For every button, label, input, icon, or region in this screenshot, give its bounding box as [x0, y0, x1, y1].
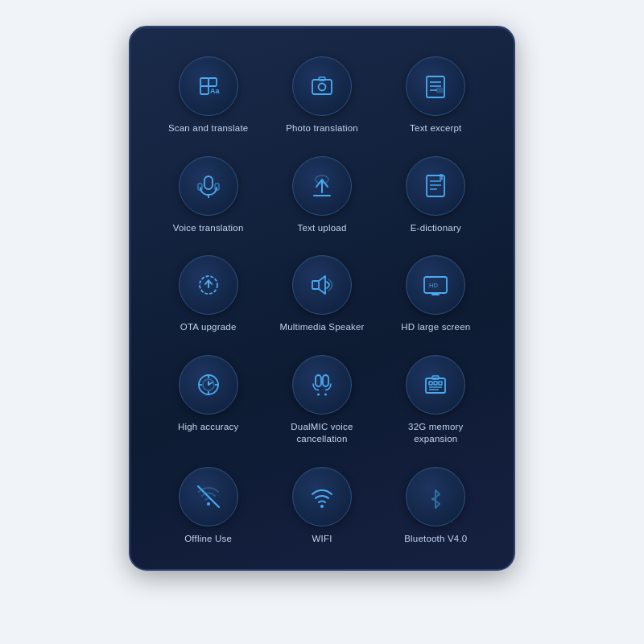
- feature-label-dualmic: DualMIC voice cancellation: [271, 421, 372, 446]
- feature-item-hd-screen: HD HD large screen: [382, 249, 489, 341]
- feature-item-photo-translation: Photo translation: [268, 50, 375, 142]
- svg-rect-40: [426, 378, 445, 393]
- feature-item-multimedia-speaker: Multimedia Speaker: [268, 249, 375, 341]
- offline-icon: [179, 467, 238, 526]
- svg-point-47: [207, 502, 210, 506]
- svg-rect-21: [440, 174, 443, 180]
- bluetooth-icon: [406, 467, 465, 526]
- photo-icon: [292, 56, 352, 116]
- svg-rect-36: [316, 375, 321, 386]
- feature-label-voice-translation: Voice translation: [173, 222, 244, 235]
- feature-item-text-excerpt: Text excerpt: [382, 50, 489, 142]
- feature-label-high-accuracy: High accuracy: [178, 421, 238, 434]
- svg-point-39: [324, 393, 327, 395]
- speaker-icon: [292, 255, 352, 315]
- svg-rect-43: [439, 382, 442, 385]
- feature-label-wifi: WIFI: [312, 533, 332, 546]
- feature-label-text-upload: Text upload: [297, 222, 346, 235]
- accuracy-icon: [179, 355, 238, 415]
- svg-rect-12: [204, 176, 213, 189]
- feature-label-bluetooth: Bluetooth V4.0: [404, 533, 467, 546]
- memory-icon: [406, 355, 465, 415]
- scan-icon: Aa: [179, 56, 238, 116]
- feature-item-voice-translation: Voice translation: [155, 150, 262, 242]
- svg-rect-1: [208, 78, 217, 86]
- feature-label-photo-translation: Photo translation: [286, 122, 358, 135]
- wifi-icon: [292, 467, 352, 526]
- svg-rect-2: [200, 86, 208, 94]
- svg-text:HD: HD: [429, 282, 438, 289]
- feature-label-e-dictionary: E-dictionary: [411, 222, 461, 235]
- feature-label-memory-expansion: 32G memory expansion: [386, 421, 486, 446]
- dualmic-icon: [292, 355, 352, 415]
- feature-item-dualmic: DualMIC voice cancellation: [268, 349, 375, 452]
- feature-label-scan-translate: Scan and translate: [168, 122, 249, 135]
- svg-rect-42: [434, 382, 437, 385]
- feature-label-ota-upgrade: OTA upgrade: [180, 321, 237, 334]
- svg-rect-41: [429, 382, 432, 385]
- feature-item-offline-use: Offline Use: [155, 460, 262, 552]
- feature-label-hd-screen: HD large screen: [401, 321, 470, 334]
- screen-icon: HD: [406, 255, 465, 315]
- feature-item-ota-upgrade: OTA upgrade: [155, 249, 262, 341]
- feature-item-high-accuracy: High accuracy: [155, 349, 262, 452]
- feature-item-bluetooth: Bluetooth V4.0: [382, 460, 489, 552]
- feature-label-multimedia-speaker: Multimedia Speaker: [279, 321, 364, 334]
- feature-label-offline-use: Offline Use: [184, 533, 232, 546]
- svg-rect-7: [427, 76, 444, 97]
- svg-text:Aa: Aa: [210, 87, 220, 95]
- svg-rect-46: [432, 376, 439, 379]
- svg-point-49: [320, 505, 324, 508]
- svg-rect-23: [312, 281, 319, 289]
- svg-rect-11: [436, 88, 443, 93]
- svg-rect-37: [323, 375, 328, 386]
- svg-point-5: [318, 84, 325, 91]
- text-excerpt-icon: [406, 56, 465, 116]
- feature-item-wifi: WIFI: [268, 460, 375, 552]
- svg-rect-4: [312, 80, 332, 94]
- dictionary-icon: [406, 156, 465, 216]
- device-card: Aa Scan and translate Photo translation …: [129, 26, 515, 571]
- feature-item-memory-expansion: 32G memory expansion: [382, 349, 489, 452]
- feature-item-e-dictionary: E-dictionary: [382, 150, 489, 242]
- svg-rect-6: [319, 77, 325, 80]
- features-grid: Aa Scan and translate Photo translation …: [155, 50, 489, 551]
- ota-icon: [179, 255, 238, 315]
- svg-point-38: [317, 393, 320, 395]
- feature-item-scan-translate: Aa Scan and translate: [155, 50, 262, 142]
- svg-rect-0: [200, 78, 208, 86]
- voice-icon: [179, 156, 238, 216]
- upload-icon: [292, 156, 352, 216]
- feature-label-text-excerpt: Text excerpt: [410, 122, 461, 135]
- feature-item-text-upload: Text upload: [268, 150, 375, 242]
